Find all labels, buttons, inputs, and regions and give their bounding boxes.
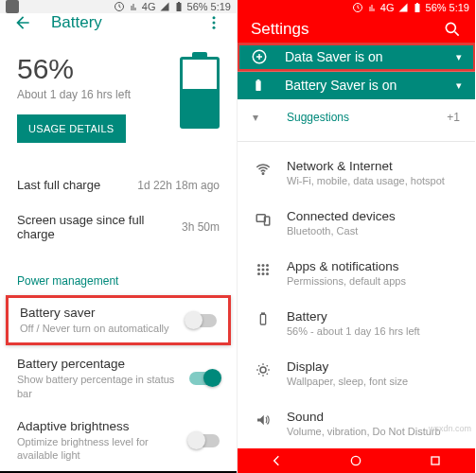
stat-label: Last full charge — [17, 178, 137, 192]
svg-point-11 — [446, 23, 455, 32]
nav-recent-icon[interactable] — [426, 451, 445, 470]
svg-point-19 — [262, 264, 265, 267]
signal-4g-label: 4G — [380, 2, 395, 13]
sound-icon — [253, 410, 273, 429]
chevron-down-icon: ▾ — [253, 111, 273, 124]
battery-icon — [251, 78, 272, 93]
watermark: wsxdn.com — [429, 424, 471, 433]
battery-status-icon — [173, 1, 185, 12]
svg-rect-28 — [262, 313, 265, 314]
menu-title: Connected devices — [287, 209, 460, 223]
setting-title: Battery percentage — [17, 357, 189, 371]
setting-sub: Off / Never turn on automatically — [20, 322, 186, 335]
sync-icon — [114, 1, 125, 12]
app-header: Settings — [238, 14, 475, 44]
suggestions-row[interactable]: ▾ Suggestions +1 — [238, 99, 475, 135]
data-saver-banner[interactable]: Data Saver is on ▾ — [238, 44, 475, 71]
menu-apps[interactable]: Apps & notificationsPermissions, default… — [238, 248, 475, 298]
overflow-menu-icon[interactable] — [204, 13, 223, 32]
app-header: Battery — [0, 13, 237, 32]
search-icon[interactable] — [443, 20, 462, 39]
wifi-icon — [253, 159, 273, 178]
clock: 5:19 — [450, 2, 469, 13]
svg-point-15 — [262, 172, 264, 174]
battery-pct-status: 56% — [187, 1, 208, 12]
battery-percentage: 56% — [17, 53, 180, 85]
data-icon — [128, 1, 139, 12]
nav-bar — [238, 448, 475, 473]
svg-rect-9 — [414, 4, 419, 12]
nav-home-icon[interactable] — [346, 451, 365, 470]
chevron-down-icon: ▾ — [456, 51, 462, 63]
svg-point-20 — [266, 264, 269, 267]
battery-icon — [253, 309, 273, 326]
svg-point-30 — [352, 456, 361, 464]
data-icon — [366, 2, 378, 13]
battery-percentage-row[interactable]: Battery percentage Show battery percenta… — [0, 347, 237, 410]
banner-label: Battery Saver is on — [285, 78, 456, 93]
svg-point-4 — [213, 22, 216, 25]
svg-point-29 — [260, 367, 266, 373]
divider — [238, 141, 475, 142]
battery-saver-banner[interactable]: Battery Saver is on ▾ — [238, 72, 475, 99]
suggestions-count: +1 — [447, 111, 460, 124]
menu-devices[interactable]: Connected devicesBluetooth, Cast — [238, 198, 475, 248]
svg-point-3 — [213, 16, 216, 19]
battery-saver-row[interactable]: Battery saver Off / Never turn on automa… — [6, 295, 231, 345]
notification-icon — [6, 0, 19, 13]
screen-usage-row[interactable]: Screen usage since full charge 3h 50m — [0, 202, 237, 252]
svg-rect-1 — [176, 3, 181, 11]
nav-back-icon[interactable] — [268, 451, 287, 470]
svg-rect-10 — [416, 3, 418, 4]
menu-sub: 56% - about 1 day 16 hrs left — [287, 325, 460, 337]
page-title: Battery — [51, 13, 204, 32]
setting-title: Battery saver — [20, 306, 186, 320]
battery-status-icon — [412, 2, 423, 13]
battery-icon — [180, 57, 220, 129]
back-arrow-icon[interactable] — [13, 13, 32, 32]
menu-title: Battery — [287, 309, 460, 324]
sync-icon — [352, 2, 363, 13]
menu-title: Apps & notifications — [287, 259, 460, 273]
svg-rect-14 — [257, 79, 260, 80]
battery-pct-status: 56% — [426, 2, 447, 13]
menu-sub: Bluetooth, Cast — [287, 225, 460, 236]
last-full-charge-row[interactable]: Last full charge 1d 22h 18m ago — [0, 167, 237, 202]
adaptive-brightness-toggle[interactable] — [189, 434, 220, 447]
svg-point-5 — [213, 26, 216, 29]
battery-percentage-toggle[interactable] — [189, 372, 220, 385]
devices-icon — [253, 209, 273, 228]
svg-rect-13 — [256, 81, 260, 92]
battery-screen: 4G 56% 5:19 Battery 56% About 1 day 16 h… — [0, 0, 238, 473]
battery-remaining: About 1 day 16 hrs left — [17, 88, 180, 101]
apps-icon — [253, 259, 273, 278]
clock: 5:19 — [211, 1, 231, 12]
menu-network[interactable]: Network & InternetWi-Fi, mobile, data us… — [238, 148, 475, 198]
menu-battery[interactable]: Battery56% - about 1 day 16 hrs left — [238, 298, 475, 348]
menu-sub: Wi-Fi, mobile, data usage, hotspot — [287, 175, 460, 186]
svg-point-23 — [266, 268, 269, 271]
suggestions-label: Suggestions — [287, 111, 349, 124]
svg-point-24 — [257, 272, 260, 275]
svg-rect-2 — [178, 2, 180, 3]
menu-sub: Permissions, default apps — [287, 275, 460, 287]
chevron-down-icon: ▾ — [456, 79, 462, 92]
usage-details-button[interactable]: USAGE DETAILS — [17, 114, 126, 143]
stat-label: Screen usage since full charge — [17, 213, 182, 241]
battery-summary: 56% About 1 day 16 hrs left USAGE DETAIL… — [0, 32, 237, 156]
data-saver-icon — [251, 48, 272, 65]
battery-saver-toggle[interactable] — [186, 314, 217, 327]
status-bar: 4G 56% 5:19 — [0, 0, 237, 13]
adaptive-brightness-row[interactable]: Adaptive brightness Optimize brightness … — [0, 410, 237, 472]
svg-point-21 — [257, 268, 260, 271]
settings-screen: 4G 56% 5:19 Settings Data Saver is on ▾ … — [238, 0, 475, 473]
signal-icon — [397, 2, 409, 13]
page-title: Settings — [251, 20, 443, 39]
svg-point-26 — [266, 272, 269, 275]
status-bar: 4G 56% 5:19 — [238, 0, 475, 14]
menu-title: Network & Internet — [287, 159, 460, 173]
signal-icon — [159, 1, 170, 12]
menu-title: Sound — [287, 410, 460, 424]
menu-display[interactable]: DisplayWallpaper, sleep, font size — [238, 348, 475, 398]
setting-sub: Show battery percentage in status bar — [17, 373, 189, 400]
